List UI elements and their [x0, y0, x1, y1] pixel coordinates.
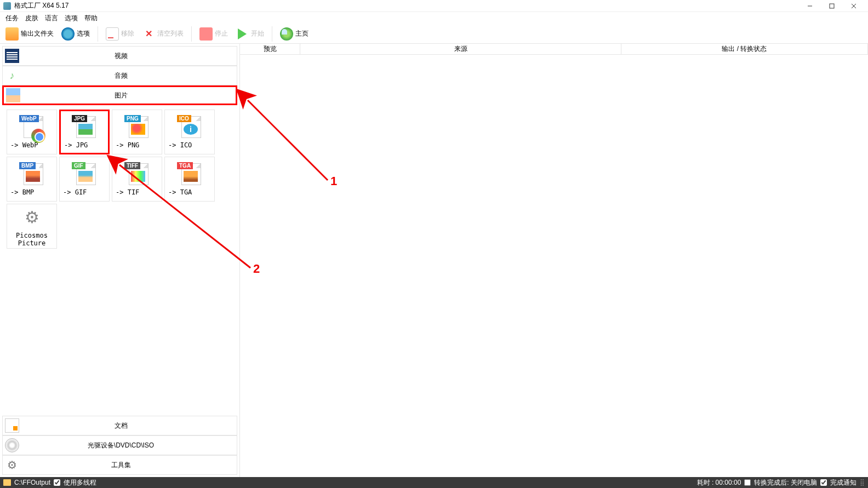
options-label: 选项: [77, 29, 90, 38]
play-icon: [236, 27, 249, 41]
column-status[interactable]: 输出 / 转换状态: [621, 44, 868, 54]
category-image[interactable]: 图片: [2, 85, 237, 105]
webp-icon: WebP: [19, 115, 44, 139]
format-picosmos[interactable]: ⚙ Picosmos Picture: [7, 204, 57, 249]
stop-button[interactable]: 停止: [197, 26, 230, 42]
menu-skin[interactable]: 皮肤: [25, 14, 38, 23]
column-preview[interactable]: 预览: [240, 44, 300, 54]
toolbar-separator: [191, 26, 192, 42]
main-content: 视频 音频 图片 WebP -> WebP JPG: [0, 44, 868, 477]
task-table-header: 预览 来源 输出 / 转换状态: [240, 44, 868, 55]
status-folder-icon[interactable]: [3, 479, 11, 486]
tif-icon: TIFF: [124, 162, 150, 186]
home-label: 主页: [295, 29, 309, 38]
format-jpg-label: -> JPG: [61, 141, 88, 149]
image-icon: [6, 88, 20, 102]
category-image-label: 图片: [22, 91, 236, 100]
start-button[interactable]: 开始: [233, 26, 266, 42]
clear-icon: [142, 27, 155, 41]
format-tif[interactable]: TIFF -> TIF: [112, 157, 162, 202]
jpg-icon: JPG: [72, 115, 97, 139]
format-png[interactable]: PNG -> PNG: [112, 110, 162, 154]
remove-label: 移除: [121, 29, 134, 38]
status-bar: C:\FFOutput 使用多线程 耗时 : 00:00:00 转换完成后: 关…: [0, 477, 868, 488]
format-gif[interactable]: GIF -> GIF: [59, 157, 110, 202]
format-bmp[interactable]: BMP -> BMP: [7, 157, 57, 202]
category-panel: 视频 音频 图片 WebP -> WebP JPG: [0, 44, 240, 477]
elapsed-time: 耗时 : 00:00:00: [697, 478, 741, 487]
window-controls: [799, 0, 865, 12]
menu-options[interactable]: 选项: [65, 14, 78, 23]
multithread-checkbox[interactable]: [54, 479, 60, 486]
format-webp-label: -> WebP: [7, 141, 38, 149]
folder-icon: [5, 27, 19, 41]
app-icon: [3, 2, 11, 10]
category-audio-label: 音频: [21, 71, 237, 81]
format-jpg[interactable]: JPG -> JPG: [59, 110, 110, 154]
format-picosmos-label: Picosmos Picture: [16, 232, 48, 248]
option-icon: [61, 27, 75, 41]
format-gif-label: -> GIF: [60, 188, 87, 196]
png-icon: PNG: [124, 115, 150, 139]
category-disc-label: 光驱设备\DVD\CD\ISO: [21, 441, 237, 450]
start-label: 开始: [251, 29, 264, 38]
menu-bar: 任务 皮肤 语言 选项 帮助: [0, 12, 868, 24]
menu-lang[interactable]: 语言: [45, 14, 58, 23]
toolbar-separator: [272, 26, 272, 42]
category-disc[interactable]: 光驱设备\DVD\CD\ISO: [2, 435, 237, 455]
format-grid: WebP -> WebP JPG -> JPG PNG: [2, 105, 237, 416]
toolbar-separator: [98, 26, 98, 42]
output-folder-button[interactable]: 输出文件夹: [3, 26, 56, 42]
toolbar: 输出文件夹 选项 移除 清空列表 停止 开始 主页: [0, 24, 868, 44]
menu-help[interactable]: 帮助: [84, 14, 98, 23]
maximize-button[interactable]: [821, 0, 843, 12]
category-toolset-label: 工具集: [21, 461, 237, 470]
audio-icon: [5, 68, 19, 83]
menu-task[interactable]: 任务: [5, 14, 19, 23]
toolset-icon: [5, 458, 19, 472]
format-tga-label: -> TGA: [165, 188, 192, 196]
shutdown-checkbox[interactable]: [744, 479, 751, 486]
format-tif-label: -> TIF: [112, 188, 139, 196]
document-icon: [5, 418, 19, 433]
video-icon: [5, 49, 19, 63]
ico-icon: ICO i: [177, 115, 202, 139]
tga-icon: TGA: [177, 162, 202, 186]
multithread-label: 使用多线程: [64, 478, 96, 487]
window-title: 格式工厂 X64 5.17: [14, 1, 799, 10]
home-button[interactable]: 主页: [278, 26, 311, 42]
minimize-button[interactable]: [799, 0, 821, 12]
category-document[interactable]: 文档: [2, 416, 237, 435]
bmp-icon: BMP: [19, 162, 44, 186]
picosmos-icon: ⚙: [19, 205, 44, 229]
resize-grip[interactable]: ⣿: [860, 479, 865, 486]
home-icon: [280, 27, 293, 41]
stop-icon: [199, 27, 213, 41]
shutdown-label: 转换完成后: 关闭电脑: [754, 478, 817, 487]
format-ico[interactable]: ICO i -> ICO: [164, 110, 215, 154]
remove-icon: [106, 27, 119, 41]
notify-label: 完成通知: [830, 478, 856, 487]
clear-list-button[interactable]: 清空列表: [140, 26, 186, 42]
stop-label: 停止: [215, 29, 228, 38]
task-panel: 预览 来源 输出 / 转换状态: [240, 44, 868, 477]
category-document-label: 文档: [21, 421, 237, 430]
clear-label: 清空列表: [157, 29, 184, 38]
notify-checkbox[interactable]: [820, 479, 827, 486]
svg-rect-1: [830, 4, 834, 8]
remove-button[interactable]: 移除: [104, 26, 136, 42]
task-table-body[interactable]: [240, 55, 868, 477]
format-bmp-label: -> BMP: [7, 188, 34, 196]
output-folder-label: 输出文件夹: [21, 29, 54, 38]
close-button[interactable]: [843, 0, 865, 12]
options-button[interactable]: 选项: [59, 26, 92, 42]
format-tga[interactable]: TGA -> TGA: [164, 157, 215, 202]
disc-icon: [5, 438, 19, 452]
category-video[interactable]: 视频: [2, 46, 237, 66]
format-webp[interactable]: WebP -> WebP: [7, 110, 57, 154]
output-path[interactable]: C:\FFOutput: [14, 479, 50, 486]
column-source[interactable]: 来源: [300, 44, 621, 54]
category-audio[interactable]: 音频: [2, 66, 237, 85]
category-toolset[interactable]: 工具集: [2, 455, 237, 475]
format-ico-label: -> ICO: [165, 141, 192, 149]
